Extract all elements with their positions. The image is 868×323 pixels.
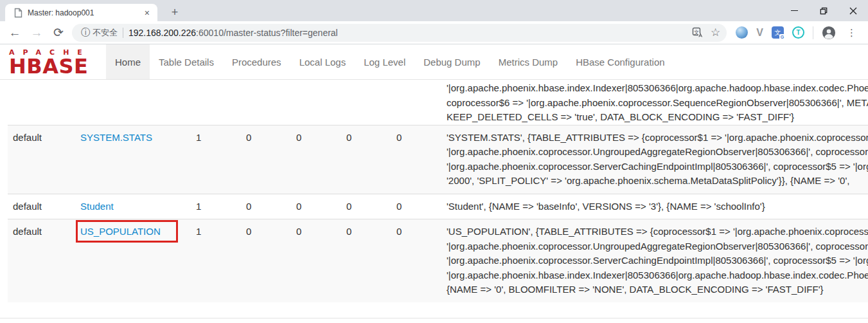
extensions-row: V 文 G T ⋮ — [732, 26, 864, 40]
reload-button[interactable]: ⟳ — [48, 23, 69, 42]
hbase-logo: APACHE HBASE — [9, 48, 104, 76]
window-close-button[interactable] — [838, 0, 868, 21]
section-divider — [0, 318, 868, 323]
description-line: {NAME => '0', BLOOMFILTER => 'NONE', DAT… — [447, 282, 863, 297]
window-restore-button[interactable] — [809, 0, 838, 21]
namespace-cell — [8, 80, 75, 125]
extension-teal-icon[interactable]: T — [792, 26, 804, 39]
region-count-cell — [241, 80, 291, 125]
url-text: 192.168.200.226:60010/master-status?filt… — [128, 28, 338, 38]
region-count-cell: 1 — [191, 219, 241, 302]
browser-tab-bar: Master: hadoop001 × + — [0, 0, 868, 21]
browser-toolbar: ← → ⟳ ⓘ 不安全 192.168.200.226:60010/master… — [0, 21, 868, 44]
namespace-cell: default — [8, 194, 75, 219]
user-tables-table: '|org.apache.phoenix.hbase.index.Indexer… — [8, 80, 868, 302]
forward-button[interactable]: → — [26, 23, 48, 42]
table-name-link[interactable]: SYSTEM.STATS — [80, 132, 152, 143]
description-line: '|org.apache.phoenix.coprocessor.Ungroup… — [447, 239, 863, 254]
extension-blue-sphere-icon[interactable] — [736, 26, 748, 39]
region-count-cell: 0 — [291, 219, 341, 302]
description-line: 'Student', {NAME => 'baseInfo', VERSIONS… — [447, 199, 863, 214]
description-cell: 'Student', {NAME => 'baseInfo', VERSIONS… — [441, 194, 868, 219]
table-row: defaultUS_POPULATION10000'US_POPULATION'… — [8, 219, 868, 302]
url-path: :60010/master-status?filter=general — [196, 28, 338, 38]
region-count-cell: 1 — [191, 194, 241, 219]
description-line: KEEP_DELETED_CELLS => 'true', DATA_BLOCK… — [447, 110, 863, 125]
description-line: '|org.apache.phoenix.hbase.index.Indexer… — [447, 81, 863, 96]
region-count-cell: 0 — [341, 219, 391, 302]
page-favicon-icon — [14, 8, 22, 18]
region-count-cell: 0 — [241, 219, 291, 302]
address-bar[interactable]: ⓘ 不安全 192.168.200.226:60010/master-statu… — [72, 24, 727, 42]
toolbar-separator — [813, 26, 813, 39]
new-tab-button[interactable]: + — [166, 3, 184, 21]
hbase-nav: Home Table Details Procedures Local Logs… — [106, 44, 868, 79]
region-count-cell: 1 — [191, 125, 241, 194]
namespace-cell: default — [8, 219, 75, 302]
region-count-cell: 0 — [391, 125, 441, 194]
profile-avatar[interactable] — [822, 26, 836, 40]
restore-icon — [820, 7, 828, 15]
nav-item-metrics-dump[interactable]: Metrics Dump — [490, 44, 567, 79]
reload-icon: ⟳ — [53, 25, 64, 40]
tab-title: Master: hadoop001 — [28, 8, 142, 17]
extension-teal-glyph: T — [796, 29, 800, 36]
region-count-cell: 0 — [241, 194, 291, 219]
back-button[interactable]: ← — [4, 23, 26, 42]
region-count-cell: 0 — [341, 194, 391, 219]
hbase-header: APACHE HBASE Home Table Details Procedur… — [0, 44, 868, 80]
nav-item-hbase-configuration[interactable]: HBase Configuration — [567, 44, 673, 79]
table-name-cell — [75, 80, 191, 125]
page-info-icon[interactable]: ⓘ — [81, 27, 90, 39]
region-count-cell — [341, 80, 391, 125]
nav-item-home[interactable]: Home — [106, 44, 150, 79]
table-name-cell: Student — [75, 194, 191, 219]
security-label: 不安全 — [93, 27, 118, 39]
region-count-cell: 0 — [291, 125, 341, 194]
region-count-cell: 0 — [341, 125, 391, 194]
table-name-cell: US_POPULATION — [75, 219, 191, 302]
nav-item-debug-dump[interactable]: Debug Dump — [414, 44, 489, 79]
window-controls — [779, 0, 868, 21]
description-line: '2000', 'SPLIT_POLICY' => 'org.apache.ph… — [447, 174, 863, 189]
description-cell: 'US_POPULATION', {TABLE_ATTRIBUTES => {c… — [441, 219, 868, 302]
back-icon: ← — [9, 26, 21, 40]
table-name-link[interactable]: Student — [80, 201, 114, 212]
translate-page-icon[interactable]: 文 — [692, 27, 703, 38]
table-row: '|org.apache.phoenix.hbase.index.Indexer… — [8, 80, 868, 125]
region-count-cell — [291, 80, 341, 125]
extension-translate-corner: G — [779, 34, 785, 40]
extension-v-icon[interactable]: V — [756, 27, 763, 39]
table-name-link[interactable]: US_POPULATION — [80, 226, 161, 237]
tab-close-icon[interactable]: × — [142, 8, 152, 18]
logo-hbase-text: HBASE — [9, 57, 104, 76]
extension-google-translate-icon[interactable]: 文 G — [772, 26, 784, 39]
description-line: 'SYSTEM.STATS', {TABLE_ATTRIBUTES => {co… — [447, 131, 863, 145]
nav-item-log-level[interactable]: Log Level — [355, 44, 414, 79]
table-row: defaultStudent10000'Student', {NAME => '… — [8, 194, 868, 219]
description-cell: '|org.apache.phoenix.hbase.index.Indexer… — [441, 80, 868, 125]
description-line: coprocessor$6 => '|org.apache.phoenix.co… — [447, 96, 863, 111]
table-name-cell: SYSTEM.STATS — [75, 125, 191, 194]
address-divider — [123, 28, 123, 38]
translate-glyph-icon: 文 — [692, 27, 703, 38]
table-body: '|org.apache.phoenix.hbase.index.Indexer… — [8, 80, 868, 302]
forward-icon: → — [31, 26, 43, 40]
region-count-cell: 0 — [241, 125, 291, 194]
browser-menu-icon[interactable]: ⋮ — [844, 27, 859, 39]
nav-item-local-logs[interactable]: Local Logs — [290, 44, 355, 79]
table-row: defaultSYSTEM.STATS10000'SYSTEM.STATS', … — [8, 125, 868, 194]
nav-item-procedures[interactable]: Procedures — [223, 44, 290, 79]
page-content: '|org.apache.phoenix.hbase.index.Indexer… — [0, 80, 868, 323]
region-count-cell — [391, 80, 441, 125]
bookmark-star-icon[interactable]: ☆ — [711, 26, 720, 39]
window-minimize-button[interactable] — [779, 0, 809, 21]
window-close-icon — [849, 7, 857, 15]
region-count-cell: 0 — [391, 194, 441, 219]
description-line: '|org.apache.phoenix.coprocessor.ServerC… — [447, 254, 863, 268]
description-line: '|org.apache.phoenix.hbase.index.Indexer… — [447, 268, 863, 283]
description-cell: 'SYSTEM.STATS', {TABLE_ATTRIBUTES => {co… — [441, 125, 868, 194]
nav-item-table-details[interactable]: Table Details — [150, 44, 223, 79]
namespace-cell: default — [8, 125, 75, 194]
browser-tab[interactable]: Master: hadoop001 × — [5, 4, 157, 21]
